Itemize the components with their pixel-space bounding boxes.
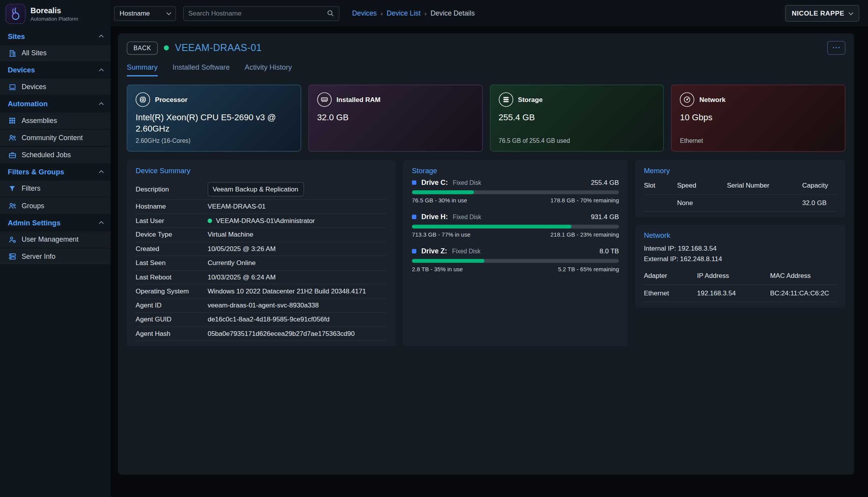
drive-remaining-text: 218.1 GB - 23% remaining [551,231,619,238]
sidebar-item-label: Assemblies [21,117,57,125]
drive-type: Fixed Disk [452,248,481,255]
card-subtitle: 2.60GHz (16-Cores) [136,137,292,144]
sidebar-item-label: Devices [21,83,46,91]
sidebar-item-user-management[interactable]: User Management [0,231,111,248]
sidebar-section-sites[interactable]: Sites [0,28,111,44]
disks-icon [498,92,513,107]
card-title: Installed RAM [336,96,380,104]
gauge-icon [680,92,694,107]
sidebar-section-devices[interactable]: Devices [0,61,111,78]
sidebar-item-devices[interactable]: Devices [0,78,111,95]
network-card: Network 10 Gbps Ethernet [671,85,845,152]
brand: Borealis Automation Platform [0,0,111,28]
drive-c-row: Drive C: Fixed Disk 255.4 GB 76.5 GB - 3… [412,179,619,204]
user-gear-icon [8,235,17,244]
memory-cell-speed: None [677,194,727,212]
row-label: Agent Hash [136,330,208,337]
panel-title: Memory [644,167,836,175]
sidebar-section-filters-groups[interactable]: Filters & Groups [0,163,111,180]
card-title: Network [699,96,725,104]
card-value: 32.0 GB [317,112,474,123]
sidebar-section-admin-settings[interactable]: Admin Settings [0,214,111,231]
sidebar-section-automation[interactable]: Automation [0,95,111,112]
sidebar-item-label: Groups [21,202,44,210]
app-root: Borealis Automation Platform Sites All S… [0,0,868,497]
drive-remaining-text: 5.2 TB - 65% remaining [558,265,619,272]
content-area: BACK VEEAM-DRAAS-01 ⋯ Summary Installed … [111,26,868,497]
drive-used-text: 2.8 TB - 35% in use [412,265,463,272]
storage-card: Storage 255.4 GB 76.5 GB of 255.4 GB use… [489,85,664,152]
drive-used-text: 713.3 GB - 77% in use [412,231,470,238]
tab-installed-software[interactable]: Installed Software [173,63,230,76]
description-input[interactable] [208,182,304,196]
memory-cell-capacity: 32.0 GB [802,194,836,212]
summary-row-description: Description [136,179,387,200]
card-title: Storage [518,96,543,104]
row-label: Device Type [136,231,208,239]
network-panel: Network Internal IP: 192.168.3.54 Extern… [635,225,845,308]
drive-bullet-icon [412,249,416,253]
network-header-adapter: Adapter [644,269,697,285]
memory-cell-slot [644,194,677,212]
section-label: Devices [8,65,35,74]
chevron-down-icon [167,10,171,15]
device-summary-panel: Device Summary Description Hostname VEEA… [127,160,396,346]
server-icon [8,252,17,261]
row-label: Operating System [136,287,208,295]
drive-usage-bar [412,190,619,194]
row-label: Last Seen [136,259,208,267]
laptop-icon [8,83,17,91]
search-input[interactable] [188,9,326,17]
tab-summary[interactable]: Summary [127,63,158,76]
right-panels-column: Memory Slot Speed Serial Number Capacity… [635,160,845,308]
online-status-icon [164,46,169,51]
sidebar-item-assemblies[interactable]: Assemblies [0,112,111,129]
chevron-up-icon [99,35,104,39]
filter-icon [8,184,17,193]
row-label: Description [136,185,208,193]
processor-card: Processor Intel(R) Xeon(R) CPU E5-2690 v… [127,85,301,152]
breadcrumb-device-details: Device Details [431,9,475,17]
back-button[interactable]: BACK [127,41,158,54]
chevron-down-icon [849,10,853,15]
sidebar-item-filters[interactable]: Filters [0,180,111,197]
more-actions-button[interactable]: ⋯ [827,41,845,55]
network-cell-mac: BC:24:11:CA:C6:2C [770,285,837,302]
network-header-ip: IP Address [697,269,770,285]
page-header: BACK VEEAM-DRAAS-01 ⋯ [127,41,845,55]
summary-row-device-type: Device Type Virtual Machine [136,228,387,242]
user-menu-button[interactable]: NICOLE RAPPE [785,5,859,22]
card-subtitle: 76.5 GB of 255.4 GB used [498,137,655,144]
people-icon [8,133,17,142]
drive-size: 255.4 GB [591,179,619,186]
tab-activity-history[interactable]: Activity History [245,63,292,76]
drive-size: 8.0 TB [600,247,619,255]
sidebar-item-all-sites[interactable]: All Sites [0,44,111,61]
drive-z-row: Drive Z: Fixed Disk 8.0 TB 2.8 TB - 35% … [412,247,619,272]
summary-row-created: Created 10/05/2025 @ 3:26 AM [136,242,387,256]
breadcrumb-devices[interactable]: Devices [352,9,377,17]
card-value: Intel(R) Xeon(R) CPU E5-2690 v3 @ 2.60GH… [136,112,292,135]
sidebar-item-server-info[interactable]: Server Info [0,248,111,265]
sidebar-item-scheduled-jobs[interactable]: Scheduled Jobs [0,146,111,163]
sidebar-item-groups[interactable]: Groups [0,197,111,214]
row-value: 10/05/2025 @ 3:26 AM [208,245,276,253]
summary-row-last-seen: Last Seen Currently Online [136,256,387,270]
sidebar-item-community-content[interactable]: Community Content [0,129,111,146]
breadcrumb: Devices › Device List › Device Details [352,9,475,17]
panel-title: Storage [412,167,619,175]
borealis-logo-icon [5,4,25,24]
sidebar-item-label: Filters [21,185,40,193]
row-value: VEEAM-DRAAS-01\Administrator [216,217,315,225]
topbar: Hostname Devices › Device List › Device … [111,0,868,26]
network-cell-adapter: Ethernet [644,285,697,302]
drive-size: 931.4 GB [591,213,619,221]
drive-name: Drive Z: [421,247,447,255]
filter-select-value: Hostname [120,9,150,17]
sidebar-item-label: All Sites [21,49,46,57]
breadcrumb-device-list[interactable]: Device List [387,9,421,17]
hostname-filter-select[interactable]: Hostname [114,6,176,21]
row-value: de16c0c1-8aa2-4d18-9585-9ce91cf056fd [208,316,329,323]
ram-icon [317,92,331,107]
drive-usage-bar [412,225,619,228]
